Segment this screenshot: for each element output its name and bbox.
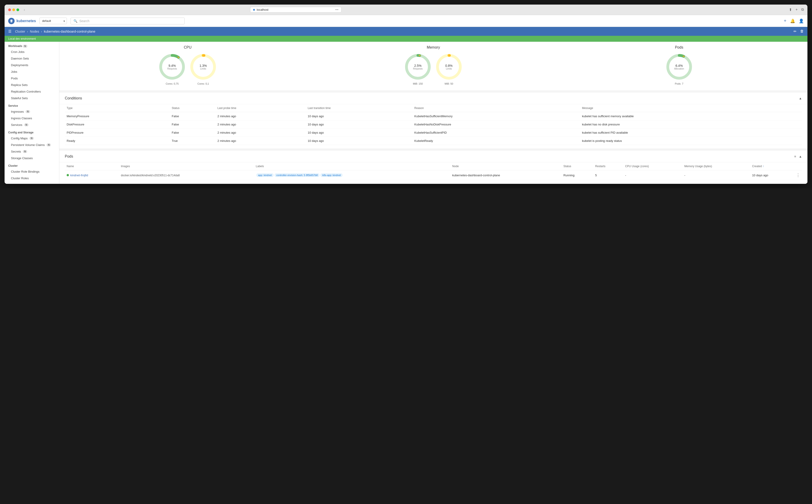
sidebar-item-cluster-role-bindings[interactable]: Cluster Role Bindings [5, 168, 59, 175]
condition-status: False [170, 120, 215, 129]
memory-limits-bottom: MiB: 50 [445, 82, 453, 85]
sidebar-item-deployments[interactable]: Deployments [5, 62, 59, 68]
namespace-selector[interactable]: default [39, 18, 67, 24]
conditions-toggle[interactable]: ▲ [799, 96, 802, 100]
edit-resource-button[interactable]: ✏ [794, 29, 796, 34]
sidebar-item-pvc[interactable]: Persistent Volume Claims N [5, 142, 59, 148]
sidebar-item-ingresses[interactable]: Ingresses N [5, 108, 59, 115]
config-maps-badge: N [29, 137, 34, 140]
pod-name-link[interactable]: kindnet-fmj8d [70, 174, 88, 177]
delete-resource-button[interactable]: 🗑 [800, 29, 804, 34]
col-reason: Reason [413, 104, 580, 112]
pods-charts: 6.4% Allocation Pods: 7 [666, 53, 693, 85]
sidebar-item-cluster-roles[interactable]: Cluster Roles [5, 175, 59, 182]
sidebar-section-cluster: Cluster [5, 161, 59, 168]
conditions-header: Conditions ▲ [59, 93, 807, 104]
sidebar-item-replica-sets[interactable]: Replica Sets [5, 82, 59, 88]
workloads-label: Workloads [8, 44, 22, 48]
cpu-limits-pct: 1.3% [199, 64, 207, 68]
condition-message: kubelet is posting ready status [580, 137, 802, 145]
tabs-icon[interactable]: ⧉ [801, 8, 804, 12]
sidebar-item-config-maps[interactable]: Config Maps N [5, 135, 59, 142]
secure-icon [253, 9, 255, 11]
sidebar-item-services[interactable]: Services N [5, 122, 59, 128]
memory-limits-sublabel: Limits [445, 68, 453, 70]
minimize-button[interactable] [12, 8, 15, 11]
pvc-badge: N [47, 143, 51, 146]
pods-allocation-bottom: Pods: 7 [675, 82, 683, 85]
pods-allocation-sublabel: Allocation [674, 68, 684, 70]
condition-type: DiskPressure [65, 120, 170, 129]
services-badge: N [24, 123, 29, 126]
condition-status: False [170, 112, 215, 120]
daemon-sets-label: Daemon Sets [11, 57, 29, 60]
back-button[interactable]: ‹ [24, 8, 25, 12]
search-bar[interactable]: 🔍 [70, 18, 185, 24]
conditions-table-container: Type Status Last probe time Last transit… [59, 104, 807, 149]
memory-limits-center: 0.8% Limits [445, 64, 453, 70]
config-maps-label: Config Maps [11, 137, 28, 140]
content-area: CPU [59, 42, 807, 184]
condition-type: Ready [65, 137, 170, 145]
memory-limits-donut: 0.8% Limits [435, 53, 463, 81]
condition-last-transition: 10 days ago [306, 120, 413, 129]
sidebar-item-stateful-sets[interactable]: Stateful Sets [5, 95, 59, 101]
url-more-button[interactable]: ••• [335, 8, 338, 11]
sidebar-item-pods[interactable]: Pods [5, 75, 59, 82]
logo: kubernetes [8, 18, 36, 24]
namespace-select[interactable]: default [39, 18, 67, 24]
filter-icon[interactable]: ≡ [794, 155, 796, 158]
logo-text: kubernetes [16, 19, 36, 23]
cpu-requests-chart: 9.4% Requests Cores: 0,75 [158, 53, 186, 85]
menu-toggle-button[interactable]: ☰ [8, 29, 11, 34]
pods-table: Name Images Labels Node Status Restarts … [65, 162, 802, 180]
pods-allocation-center: 6.4% Allocation [674, 64, 684, 70]
pod-node-cell: kubernetes-dashboard-control-plane [450, 170, 562, 180]
sidebar-item-jobs[interactable]: Jobs [5, 68, 59, 75]
memory-limits-pct: 0.8% [445, 64, 453, 68]
pvc-label: Persistent Volume Claims [11, 143, 45, 147]
sidebar-item-replication-controllers[interactable]: Replication Controllers [5, 88, 59, 95]
app-header: kubernetes default 🔍 + 🔔 👤 [5, 15, 807, 27]
pods-toggle[interactable]: ▲ [799, 155, 802, 158]
breadcrumb-sep-2: › [41, 30, 42, 33]
new-tab-icon[interactable]: + [796, 8, 798, 12]
conditions-header-row: Type Status Last probe time Last transit… [65, 104, 802, 112]
condition-row: PIDPressure False 2 minutes ago 10 days … [65, 129, 802, 137]
logo-icon [8, 18, 15, 24]
pod-menu-button[interactable]: ⋮ [796, 173, 800, 178]
sidebar-item-ingress-classes[interactable]: Ingress Classes [5, 115, 59, 122]
memory-requests-center: 2.5% Requests [413, 64, 423, 70]
cpu-limits-donut: 1.3% Limits [189, 53, 217, 81]
pods-col-images: Images [119, 162, 254, 170]
sidebar-item-storage-classes[interactable]: Storage Classes [5, 155, 59, 161]
breadcrumb-nodes[interactable]: Nodes [30, 30, 39, 33]
pods-col-name: Name [65, 162, 119, 170]
pods-chart-title: Pods [675, 45, 683, 49]
charts-area: CPU [59, 42, 807, 91]
user-icon[interactable]: 👤 [799, 18, 804, 23]
notifications-icon[interactable]: 🔔 [790, 18, 795, 23]
main-layout: Workloads N Cron Jobs Daemon Sets Deploy… [5, 42, 807, 184]
pods-col-cpu: CPU Usage (cores) [623, 162, 682, 170]
sidebar-item-cron-jobs[interactable]: Cron Jobs [5, 49, 59, 55]
condition-last-probe: 2 minutes ago [216, 112, 306, 120]
close-button[interactable] [8, 8, 11, 11]
sidebar-item-daemon-sets[interactable]: Daemon Sets [5, 55, 59, 62]
pods-col-created: Created ↑ [750, 162, 802, 170]
col-last-probe: Last probe time [216, 104, 306, 112]
pods-header-row: Name Images Labels Node Status Restarts … [65, 162, 802, 170]
breadcrumb-current: kubernetes-dashboard-control-plane [44, 30, 95, 33]
label-chip: app: kindnet [256, 173, 274, 177]
memory-limits-chart: 0.8% Limits MiB: 50 [435, 53, 463, 85]
breadcrumb-actions: ✏ 🗑 [794, 29, 804, 34]
sidebar-section-service: Service [5, 101, 59, 108]
maximize-button[interactable] [16, 8, 19, 11]
search-input[interactable] [79, 19, 182, 23]
add-resource-button[interactable]: + [784, 18, 786, 23]
breadcrumb-cluster[interactable]: Cluster [15, 30, 25, 33]
sidebar-item-secrets[interactable]: Secrets N [5, 148, 59, 155]
sort-arrow: ↑ [762, 165, 764, 168]
pods-col-node: Node [450, 162, 562, 170]
share-icon[interactable]: ⬆ [789, 8, 792, 12]
